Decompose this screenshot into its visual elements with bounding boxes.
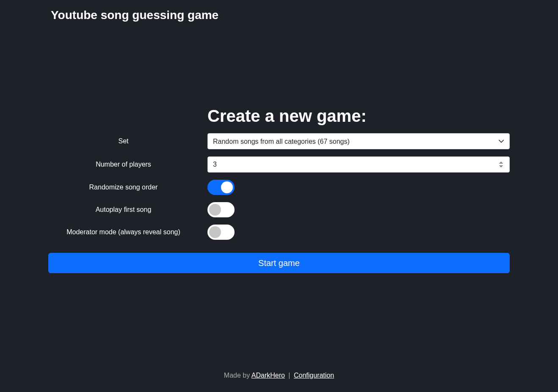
moderator-row: Moderator mode (always reveal song) bbox=[48, 225, 510, 240]
autoplay-toggle[interactable] bbox=[207, 202, 235, 217]
toggle-slider-icon bbox=[207, 225, 235, 240]
moderator-label: Moderator mode (always reveal song) bbox=[48, 228, 203, 236]
set-row: Set Random songs from all categories (67… bbox=[48, 133, 510, 149]
randomize-toggle[interactable] bbox=[207, 180, 235, 195]
players-row: Number of players bbox=[48, 156, 510, 173]
players-label: Number of players bbox=[48, 161, 203, 168]
form-title: Create a new game: bbox=[48, 107, 510, 126]
toggle-slider-icon bbox=[207, 180, 235, 195]
footer: Made by ADarkHero | Configuration bbox=[0, 363, 558, 392]
header: Youtube song guessing game bbox=[0, 0, 558, 22]
app-title: Youtube song guessing game bbox=[51, 8, 558, 22]
players-input[interactable] bbox=[207, 156, 510, 173]
moderator-toggle[interactable] bbox=[207, 225, 235, 240]
randomize-row: Randomize song order bbox=[48, 180, 510, 195]
footer-separator: | bbox=[287, 372, 292, 379]
start-game-button[interactable]: Start game bbox=[48, 253, 510, 273]
configuration-link[interactable]: Configuration bbox=[294, 372, 334, 379]
set-label: Set bbox=[48, 137, 203, 145]
toggle-slider-icon bbox=[207, 202, 235, 217]
author-link[interactable]: ADarkHero bbox=[251, 372, 285, 379]
main-content: Create a new game: Set Random songs from… bbox=[0, 22, 558, 363]
made-by-prefix: Made by bbox=[224, 372, 251, 379]
autoplay-label: Autoplay first song bbox=[48, 206, 203, 214]
autoplay-row: Autoplay first song bbox=[48, 202, 510, 217]
set-select[interactable]: Random songs from all categories (67 son… bbox=[207, 133, 510, 149]
create-game-form: Create a new game: Set Random songs from… bbox=[48, 107, 510, 273]
randomize-label: Randomize song order bbox=[48, 184, 203, 191]
